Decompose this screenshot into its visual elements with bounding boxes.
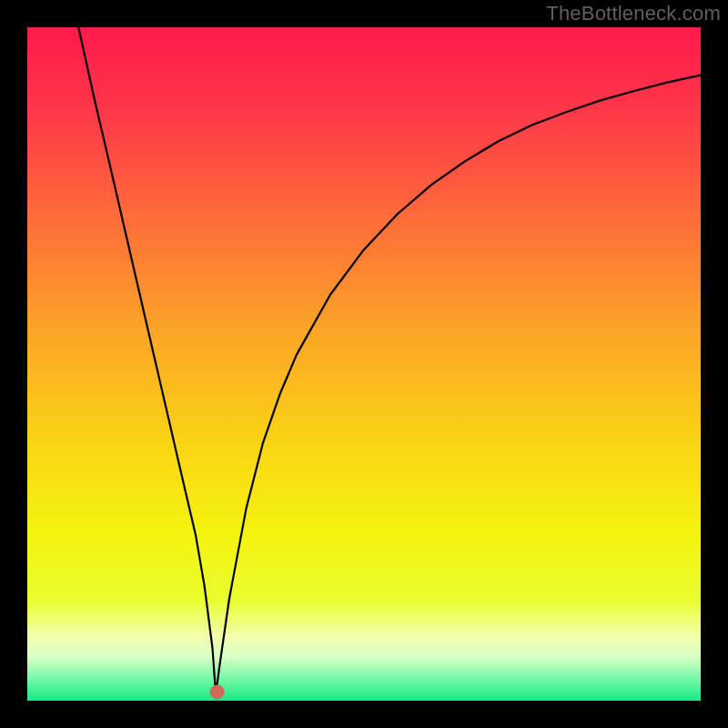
optimum-marker: [210, 684, 225, 699]
chart-frame: TheBottleneck.com: [0, 0, 728, 728]
plot-area: [27, 27, 701, 701]
chart-svg: [27, 27, 701, 701]
attribution-watermark: TheBottleneck.com: [546, 2, 721, 25]
gradient-background: [27, 27, 701, 701]
